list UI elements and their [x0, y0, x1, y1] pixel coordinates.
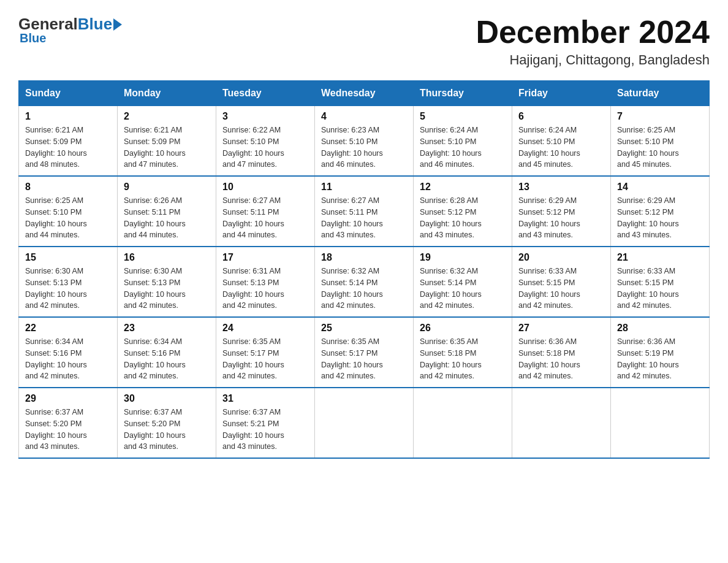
- day-number: 15: [25, 252, 111, 263]
- table-row: 22 Sunrise: 6:34 AMSunset: 5:16 PMDaylig…: [19, 317, 118, 388]
- table-row: 3 Sunrise: 6:22 AMSunset: 5:10 PMDayligh…: [216, 105, 315, 176]
- day-number: 4: [321, 111, 407, 122]
- day-number: 22: [25, 323, 111, 334]
- calendar-week-row: 29 Sunrise: 6:37 AMSunset: 5:20 PMDaylig…: [19, 388, 710, 458]
- day-info: Sunrise: 6:27 AMSunset: 5:11 PMDaylight:…: [222, 195, 308, 241]
- day-info: Sunrise: 6:26 AMSunset: 5:11 PMDaylight:…: [124, 195, 210, 241]
- table-row: 9 Sunrise: 6:26 AMSunset: 5:11 PMDayligh…: [118, 176, 216, 247]
- day-info: Sunrise: 6:34 AMSunset: 5:16 PMDaylight:…: [124, 336, 210, 382]
- table-row: 7 Sunrise: 6:25 AMSunset: 5:10 PMDayligh…: [611, 105, 710, 176]
- col-tuesday: Tuesday: [216, 81, 315, 105]
- col-wednesday: Wednesday: [315, 81, 414, 105]
- day-info: Sunrise: 6:29 AMSunset: 5:12 PMDaylight:…: [617, 195, 703, 241]
- logo-blue-text: Blue: [78, 15, 112, 34]
- day-number: 19: [420, 252, 506, 263]
- day-number: 25: [321, 323, 407, 334]
- calendar-table: Sunday Monday Tuesday Wednesday Thursday…: [18, 80, 710, 459]
- table-row: [315, 388, 414, 458]
- month-title: December 2024: [476, 15, 710, 50]
- day-number: 24: [222, 323, 308, 334]
- calendar-week-row: 8 Sunrise: 6:25 AMSunset: 5:10 PMDayligh…: [19, 176, 710, 247]
- table-row: 27 Sunrise: 6:36 AMSunset: 5:18 PMDaylig…: [512, 317, 611, 388]
- table-row: 8 Sunrise: 6:25 AMSunset: 5:10 PMDayligh…: [19, 176, 118, 247]
- day-number: 30: [124, 393, 210, 404]
- day-number: 9: [124, 182, 210, 193]
- table-row: 17 Sunrise: 6:31 AMSunset: 5:13 PMDaylig…: [216, 247, 315, 317]
- day-info: Sunrise: 6:21 AMSunset: 5:09 PMDaylight:…: [25, 124, 111, 170]
- day-number: 2: [124, 111, 210, 122]
- table-row: 25 Sunrise: 6:35 AMSunset: 5:17 PMDaylig…: [315, 317, 414, 388]
- day-number: 17: [222, 252, 308, 263]
- day-info: Sunrise: 6:35 AMSunset: 5:17 PMDaylight:…: [222, 336, 308, 382]
- day-info: Sunrise: 6:21 AMSunset: 5:09 PMDaylight:…: [124, 124, 210, 170]
- title-area: December 2024 Hajiganj, Chittagong, Bang…: [476, 15, 710, 68]
- table-row: [512, 388, 611, 458]
- day-number: 12: [420, 182, 506, 193]
- day-info: Sunrise: 6:37 AMSunset: 5:21 PMDaylight:…: [222, 407, 308, 453]
- day-number: 16: [124, 252, 210, 263]
- day-number: 27: [518, 323, 604, 334]
- table-row: 24 Sunrise: 6:35 AMSunset: 5:17 PMDaylig…: [216, 317, 315, 388]
- day-info: Sunrise: 6:35 AMSunset: 5:18 PMDaylight:…: [420, 336, 506, 382]
- day-info: Sunrise: 6:37 AMSunset: 5:20 PMDaylight:…: [25, 407, 111, 453]
- day-info: Sunrise: 6:25 AMSunset: 5:10 PMDaylight:…: [25, 195, 111, 241]
- day-info: Sunrise: 6:32 AMSunset: 5:14 PMDaylight:…: [420, 266, 506, 312]
- table-row: 20 Sunrise: 6:33 AMSunset: 5:15 PMDaylig…: [512, 247, 611, 317]
- table-row: 16 Sunrise: 6:30 AMSunset: 5:13 PMDaylig…: [118, 247, 216, 317]
- day-info: Sunrise: 6:36 AMSunset: 5:19 PMDaylight:…: [617, 336, 703, 382]
- table-row: 26 Sunrise: 6:35 AMSunset: 5:18 PMDaylig…: [414, 317, 512, 388]
- day-info: Sunrise: 6:28 AMSunset: 5:12 PMDaylight:…: [420, 195, 506, 241]
- location-title: Hajiganj, Chittagong, Bangladesh: [476, 52, 710, 68]
- table-row: 19 Sunrise: 6:32 AMSunset: 5:14 PMDaylig…: [414, 247, 512, 317]
- logo-subtitle: Blue: [20, 31, 46, 45]
- col-thursday: Thursday: [414, 81, 512, 105]
- day-info: Sunrise: 6:30 AMSunset: 5:13 PMDaylight:…: [124, 266, 210, 312]
- col-friday: Friday: [512, 81, 611, 105]
- table-row: 23 Sunrise: 6:34 AMSunset: 5:16 PMDaylig…: [118, 317, 216, 388]
- col-sunday: Sunday: [19, 81, 118, 105]
- day-info: Sunrise: 6:35 AMSunset: 5:17 PMDaylight:…: [321, 336, 407, 382]
- day-number: 6: [518, 111, 604, 122]
- day-number: 28: [617, 323, 703, 334]
- day-info: Sunrise: 6:34 AMSunset: 5:16 PMDaylight:…: [25, 336, 111, 382]
- table-row: 21 Sunrise: 6:33 AMSunset: 5:15 PMDaylig…: [611, 247, 710, 317]
- day-info: Sunrise: 6:37 AMSunset: 5:20 PMDaylight:…: [124, 407, 210, 453]
- calendar-week-row: 22 Sunrise: 6:34 AMSunset: 5:16 PMDaylig…: [19, 317, 710, 388]
- day-number: 20: [518, 252, 604, 263]
- day-info: Sunrise: 6:27 AMSunset: 5:11 PMDaylight:…: [321, 195, 407, 241]
- day-info: Sunrise: 6:32 AMSunset: 5:14 PMDaylight:…: [321, 266, 407, 312]
- day-info: Sunrise: 6:24 AMSunset: 5:10 PMDaylight:…: [518, 124, 604, 170]
- calendar-header-row: Sunday Monday Tuesday Wednesday Thursday…: [19, 81, 710, 105]
- logo: General Blue Blue: [18, 15, 122, 45]
- day-number: 3: [222, 111, 308, 122]
- logo-arrow-icon: [113, 18, 122, 31]
- table-row: 15 Sunrise: 6:30 AMSunset: 5:13 PMDaylig…: [19, 247, 118, 317]
- day-number: 31: [222, 393, 308, 404]
- day-number: 8: [25, 182, 111, 193]
- day-info: Sunrise: 6:31 AMSunset: 5:13 PMDaylight:…: [222, 266, 308, 312]
- calendar-week-row: 1 Sunrise: 6:21 AMSunset: 5:09 PMDayligh…: [19, 105, 710, 176]
- logo-blue: Blue: [78, 15, 122, 34]
- day-number: 13: [518, 182, 604, 193]
- day-info: Sunrise: 6:29 AMSunset: 5:12 PMDaylight:…: [518, 195, 604, 241]
- day-number: 21: [617, 252, 703, 263]
- table-row: 28 Sunrise: 6:36 AMSunset: 5:19 PMDaylig…: [611, 317, 710, 388]
- day-info: Sunrise: 6:23 AMSunset: 5:10 PMDaylight:…: [321, 124, 407, 170]
- table-row: 6 Sunrise: 6:24 AMSunset: 5:10 PMDayligh…: [512, 105, 611, 176]
- day-number: 1: [25, 111, 111, 122]
- table-row: 5 Sunrise: 6:24 AMSunset: 5:10 PMDayligh…: [414, 105, 512, 176]
- table-row: [611, 388, 710, 458]
- day-number: 14: [617, 182, 703, 193]
- day-number: 5: [420, 111, 506, 122]
- day-info: Sunrise: 6:36 AMSunset: 5:18 PMDaylight:…: [518, 336, 604, 382]
- table-row: 10 Sunrise: 6:27 AMSunset: 5:11 PMDaylig…: [216, 176, 315, 247]
- table-row: 12 Sunrise: 6:28 AMSunset: 5:12 PMDaylig…: [414, 176, 512, 247]
- day-info: Sunrise: 6:24 AMSunset: 5:10 PMDaylight:…: [420, 124, 506, 170]
- table-row: 2 Sunrise: 6:21 AMSunset: 5:09 PMDayligh…: [118, 105, 216, 176]
- table-row: 11 Sunrise: 6:27 AMSunset: 5:11 PMDaylig…: [315, 176, 414, 247]
- day-info: Sunrise: 6:33 AMSunset: 5:15 PMDaylight:…: [518, 266, 604, 312]
- table-row: 31 Sunrise: 6:37 AMSunset: 5:21 PMDaylig…: [216, 388, 315, 458]
- day-info: Sunrise: 6:22 AMSunset: 5:10 PMDaylight:…: [222, 124, 308, 170]
- day-number: 10: [222, 182, 308, 193]
- table-row: 29 Sunrise: 6:37 AMSunset: 5:20 PMDaylig…: [19, 388, 118, 458]
